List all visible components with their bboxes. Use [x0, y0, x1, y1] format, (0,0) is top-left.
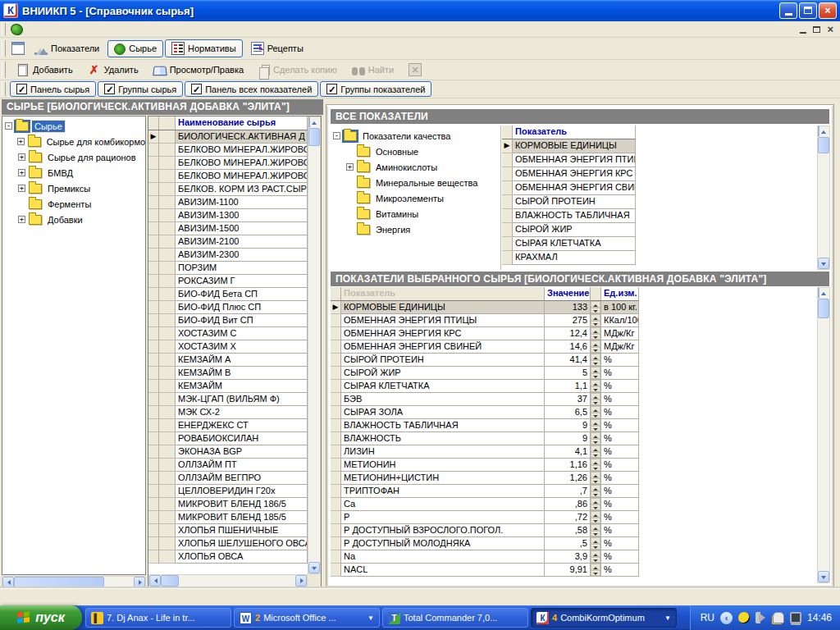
indicator-value-row[interactable]: ОБМЕННАЯ ЭНЕРГИЯ ПТИЦЫ 275 ККал/100: [331, 314, 816, 327]
material-row[interactable]: ОЛЛЗАЙМ ВЕГПРО: [148, 472, 308, 485]
scroll-down-icon[interactable]: [818, 571, 829, 582]
tray-volume-icon[interactable]: [756, 612, 767, 623]
mdi-minimize-icon[interactable]: [800, 32, 806, 34]
material-row[interactable]: МЭК-ЦГАП (ВИЛЬЯМ Ф): [148, 393, 308, 406]
expand-icon[interactable]: +: [18, 185, 25, 192]
scroll-down-icon[interactable]: [308, 562, 320, 573]
indicator-value[interactable]: 275: [545, 314, 591, 327]
spin-down-icon[interactable]: [591, 557, 600, 564]
material-row[interactable]: АВИЗИМ-2100: [148, 235, 308, 249]
indicator-value[interactable]: 133: [545, 301, 591, 314]
spin-up-icon[interactable]: [591, 498, 600, 504]
find-button[interactable]: Найти: [345, 62, 400, 78]
spin-up-icon[interactable]: [591, 524, 600, 531]
material-row[interactable]: БИО-ФИД Вит СП: [148, 314, 308, 327]
spin-up-icon[interactable]: [591, 340, 600, 347]
scroll-up-icon[interactable]: [818, 287, 819, 299]
language-indicator[interactable]: RU: [701, 612, 714, 623]
scroll-up-icon[interactable]: [818, 126, 819, 137]
tree-node[interactable]: Минеральные вещества: [331, 175, 500, 190]
material-row[interactable]: АВИЗИМ-2300: [148, 249, 308, 262]
spin-down-icon[interactable]: [591, 347, 600, 354]
indicator-row[interactable]: КРАХМАЛ: [502, 251, 816, 265]
material-row[interactable]: МИКРОВИТ БЛЕНД 185/5: [148, 511, 308, 524]
form-button[interactable]: [9, 40, 27, 57]
value-spinner[interactable]: [591, 524, 601, 537]
spin-up-icon[interactable]: [591, 550, 600, 557]
indicator-value-row[interactable]: МЕТИОНИН 1,16 %: [331, 459, 816, 472]
indicator-row[interactable]: СЫРОЙ ПРОТЕИН: [502, 195, 816, 209]
spin-down-icon[interactable]: [591, 439, 600, 445]
indicator-value[interactable]: 4,1: [545, 445, 591, 459]
spin-down-icon[interactable]: [591, 531, 600, 537]
indicator-value[interactable]: 9,91: [545, 564, 591, 577]
indicators-vscrollbar[interactable]: [817, 126, 830, 270]
spin-down-icon[interactable]: [591, 478, 600, 485]
value-spinner[interactable]: [591, 511, 601, 524]
value-spinner[interactable]: [591, 367, 601, 380]
indicator-value-row[interactable]: ОБМЕННАЯ ЭНЕРГИЯ СВИНЕЙ 14,6 МДж/Кг: [331, 340, 816, 354]
minimize-button[interactable]: [779, 2, 797, 19]
material-row[interactable]: АВИЗИМ-1300: [148, 209, 308, 222]
spin-up-icon[interactable]: [591, 459, 600, 465]
spin-down-icon[interactable]: [591, 544, 600, 550]
delete-button[interactable]: ✗ Удалить: [81, 61, 145, 79]
material-row[interactable]: ХЛОПЬЯ ШЕЛУШЕНОГО ОВСА: [148, 537, 308, 550]
indicator-value[interactable]: ,72: [545, 511, 591, 524]
material-row[interactable]: БИО-ФИД Бета СП: [148, 288, 308, 301]
menu-item[interactable]: [28, 23, 41, 36]
expand-icon[interactable]: +: [17, 138, 25, 145]
indicator-value[interactable]: ,86: [545, 498, 591, 511]
spin-up-icon[interactable]: [591, 354, 600, 360]
material-row[interactable]: АВИЗИМ-1500: [148, 222, 308, 235]
expand-icon[interactable]: +: [346, 163, 354, 171]
scroll-right-icon[interactable]: [134, 577, 145, 588]
toolbar-grip[interactable]: [2, 82, 6, 96]
indicator-value-row[interactable]: СЫРОЙ ЖИР 5 %: [331, 367, 816, 380]
spin-up-icon[interactable]: [591, 419, 600, 426]
start-button[interactable]: пуск: [0, 605, 82, 630]
materials-column-header[interactable]: Наименование сырья: [176, 116, 308, 130]
task-word[interactable]: W 2 Microsoft Office ... ▼: [234, 608, 380, 628]
spin-up-icon[interactable]: [591, 314, 600, 321]
indicator-value[interactable]: 9: [545, 432, 591, 445]
material-row[interactable]: БЕЛКОВО МИНЕРАЛ.ЖИРОВО: [148, 144, 308, 157]
column-header-value[interactable]: Значение: [545, 287, 591, 301]
spin-down-icon[interactable]: [591, 308, 600, 314]
spin-down-icon[interactable]: [591, 426, 600, 432]
tray-display-icon[interactable]: [790, 612, 801, 623]
value-spinner[interactable]: [591, 485, 601, 498]
scroll-thumb[interactable]: [818, 137, 829, 153]
toolbar-grip[interactable]: [2, 62, 6, 77]
indicator-row[interactable]: СЫРОЙ ЖИР: [502, 223, 816, 237]
tree-node[interactable]: Основные: [331, 144, 500, 159]
indicator-value-row[interactable]: СЫРАЯ ЗОЛА 6,5 %: [331, 406, 816, 419]
value-spinner[interactable]: [591, 550, 601, 564]
indicator-value-row[interactable]: NACL 9,91 %: [331, 564, 816, 577]
expand-icon[interactable]: +: [18, 216, 25, 223]
indicator-value[interactable]: 14,6: [545, 340, 591, 354]
spin-up-icon[interactable]: [591, 393, 600, 399]
expand-icon[interactable]: +: [18, 153, 25, 161]
spin-up-icon[interactable]: [591, 511, 600, 518]
material-row[interactable]: ХОСТАЗИМ Х: [148, 340, 308, 354]
indicator-value-row[interactable]: Ca ,86 %: [331, 498, 816, 511]
material-row[interactable]: БЕЛКОВО МИНЕРАЛ.ЖИРОВО: [148, 157, 308, 170]
spin-down-icon[interactable]: [591, 491, 600, 498]
tree-root-materials[interactable]: - Сырье: [2, 118, 145, 134]
material-row[interactable]: ЭКОНАЗА BGP: [148, 445, 308, 459]
indicator-value[interactable]: ,58: [545, 524, 591, 537]
tree-node[interactable]: + БМВД: [2, 165, 145, 180]
scroll-right-icon[interactable]: [295, 575, 307, 587]
material-row[interactable]: БЕЛКОВО МИНЕРАЛ.ЖИРОВО: [148, 170, 308, 183]
tray-download-manager-icon[interactable]: [738, 612, 750, 623]
indicator-value[interactable]: 1,26: [545, 472, 591, 485]
spin-up-icon[interactable]: [591, 301, 600, 308]
spin-down-icon[interactable]: [591, 504, 600, 511]
indicator-row[interactable]: ОБМЕННАЯ ЭНЕРГИЯ КРС: [502, 167, 816, 181]
indicator-value[interactable]: ,5: [545, 537, 591, 550]
menu-item[interactable]: [54, 23, 67, 36]
collapse-icon[interactable]: -: [333, 132, 340, 139]
view-edit-button[interactable]: Просмотр/Правка: [147, 62, 250, 78]
materials-vscrollbar[interactable]: [308, 116, 321, 574]
